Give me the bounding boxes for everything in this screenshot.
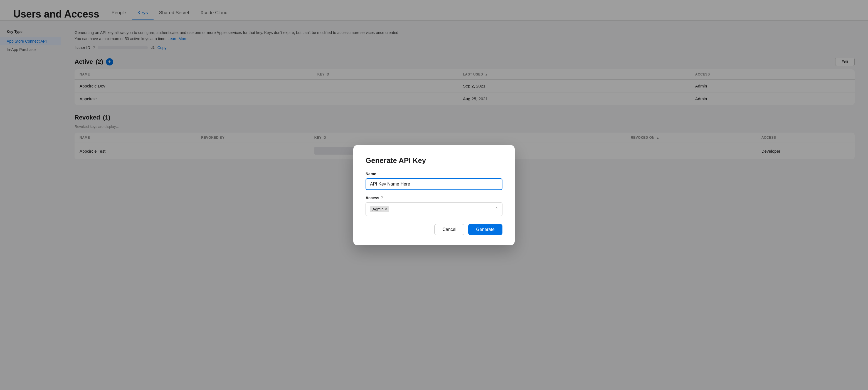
cancel-button[interactable]: Cancel <box>434 224 464 235</box>
generate-button[interactable]: Generate <box>468 224 502 235</box>
access-row: Access ? <box>366 196 502 200</box>
api-key-name-input[interactable] <box>366 178 502 190</box>
modal-overlay[interactable]: Generate API Key Name Access ? Admin × ⌃… <box>0 0 868 390</box>
generate-api-key-modal: Generate API Key Name Access ? Admin × ⌃… <box>353 145 515 245</box>
access-label: Access <box>366 196 379 200</box>
access-tag-admin: Admin × <box>370 206 389 212</box>
access-tags: Admin × <box>370 206 389 212</box>
access-help-icon: ? <box>381 196 383 200</box>
chevron-up-icon: ⌃ <box>495 206 498 212</box>
access-tag-close-icon[interactable]: × <box>385 207 387 211</box>
name-label: Name <box>366 172 502 176</box>
modal-title: Generate API Key <box>366 156 502 165</box>
access-select[interactable]: Admin × ⌃ <box>366 202 502 216</box>
modal-actions: Cancel Generate <box>366 224 502 235</box>
